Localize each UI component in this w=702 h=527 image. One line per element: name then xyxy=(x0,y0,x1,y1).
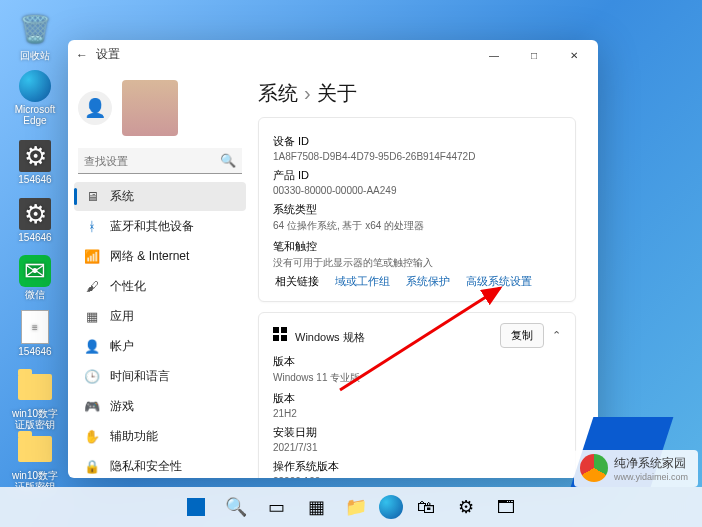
pen-value: 没有可用于此显示器的笔或触控输入 xyxy=(273,256,561,270)
task-view-icon[interactable]: ▭ xyxy=(259,490,293,524)
systype-value: 64 位操作系统, 基于 x64 的处理器 xyxy=(273,219,561,233)
desktop-icon-recycle[interactable]: 🗑️回收站 xyxy=(10,10,60,61)
search-box[interactable]: 🔍 xyxy=(78,148,242,174)
device-id-label: 设备 ID xyxy=(273,134,561,149)
label: win10数字证版密钥 xyxy=(12,408,58,430)
text-file-icon: ≡ xyxy=(21,310,49,344)
version-label: 版本 xyxy=(273,391,561,406)
osver-value: 22000.100 xyxy=(273,476,561,478)
pen-label: 笔和触控 xyxy=(273,239,561,254)
folder-icon xyxy=(16,368,54,406)
device-card: 设备 ID 1A8F7508-D9B4-4D79-95D6-26B914F447… xyxy=(258,117,576,302)
desktop-icon-wechat[interactable]: ✉微信 xyxy=(10,255,60,300)
taskbar: 🔍 ▭ ▦ 📁 🛍 ⚙ 🗔 xyxy=(0,487,702,527)
gear-icon: ⚙ xyxy=(19,198,51,230)
watermark-text: 纯净系统家园 xyxy=(614,455,688,472)
related-links-label: 相关链接 xyxy=(275,274,319,289)
nav-icon: ▦ xyxy=(84,309,100,324)
systype-label: 系统类型 xyxy=(273,202,561,217)
link-domain[interactable]: 域或工作组 xyxy=(335,274,390,289)
profile-area[interactable]: 👤 xyxy=(74,76,246,144)
nav-label: 辅助功能 xyxy=(110,428,158,445)
nav-item-7[interactable]: 🎮游戏 xyxy=(74,392,246,421)
nav-item-8[interactable]: ✋辅助功能 xyxy=(74,422,246,451)
watermark-url: www.yidaimei.com xyxy=(614,472,688,482)
nav-item-5[interactable]: 👤帐户 xyxy=(74,332,246,361)
nav-label: 帐户 xyxy=(110,338,134,355)
chevron-up-icon[interactable]: ⌃ xyxy=(552,329,561,341)
link-advanced[interactable]: 高级系统设置 xyxy=(466,274,532,289)
nav-icon: 🖥 xyxy=(84,189,100,204)
product-id-value: 00330-80000-00000-AA249 xyxy=(273,185,561,196)
taskbar-edge-icon[interactable] xyxy=(379,495,403,519)
content: 系统›关于 设备 ID 1A8F7508-D9B4-4D79-95D6-26B9… xyxy=(248,70,598,478)
label: Microsoft Edge xyxy=(15,104,56,126)
folder-icon xyxy=(16,430,54,468)
desktop-icon-gear1[interactable]: ⚙154646 xyxy=(10,140,60,185)
nav-icon: 👤 xyxy=(84,339,100,354)
close-button[interactable]: ✕ xyxy=(554,42,594,68)
desktop-icon-folder2[interactable]: win10数字证版密钥 xyxy=(10,430,60,492)
avatar-placeholder-icon: 👤 xyxy=(78,91,112,125)
titlebar: ← 设置 — □ ✕ xyxy=(68,40,598,70)
install-label: 安装日期 xyxy=(273,425,561,440)
desktop-icon-gear2[interactable]: ⚙154646 xyxy=(10,198,60,243)
nav-icon: 🎮 xyxy=(84,399,100,414)
label: 154646 xyxy=(18,232,51,243)
nav-item-4[interactable]: ▦应用 xyxy=(74,302,246,331)
minimize-button[interactable]: — xyxy=(474,42,514,68)
osver-label: 操作系统版本 xyxy=(273,459,561,474)
sidebar: 👤 🔍 🖥系统ᚼ蓝牙和其他设备📶网络 & Internet🖌个性化▦应用👤帐户🕒… xyxy=(68,70,248,478)
nav-label: 时间和语言 xyxy=(110,368,170,385)
desktop-icon-text[interactable]: ≡154646 xyxy=(10,310,60,357)
breadcrumb: 系统›关于 xyxy=(258,80,576,107)
nav-icon: 📶 xyxy=(84,249,100,264)
recycle-bin-icon: 🗑️ xyxy=(16,10,54,48)
nav-item-6[interactable]: 🕒时间和语言 xyxy=(74,362,246,391)
nav-icon: ✋ xyxy=(84,429,100,444)
nav-label: 系统 xyxy=(110,188,134,205)
desktop-icon-folder1[interactable]: win10数字证版密钥 xyxy=(10,368,60,430)
nav-icon: 🔒 xyxy=(84,459,100,474)
search-icon: 🔍 xyxy=(220,153,236,168)
version-value: 21H2 xyxy=(273,408,561,419)
watermark: 纯净系统家园 www.yidaimei.com xyxy=(574,450,698,487)
edge-icon xyxy=(19,70,51,102)
nav-item-1[interactable]: ᚼ蓝牙和其他设备 xyxy=(74,212,246,241)
edition-value: Windows 11 专业版 xyxy=(273,371,561,385)
nav-item-3[interactable]: 🖌个性化 xyxy=(74,272,246,301)
nav-label: 个性化 xyxy=(110,278,146,295)
nav-item-9[interactable]: 🔒隐私和安全性 xyxy=(74,452,246,478)
widgets-icon[interactable]: ▦ xyxy=(299,490,333,524)
nav-label: 隐私和安全性 xyxy=(110,458,182,475)
store-icon[interactable]: 🛍 xyxy=(409,490,443,524)
back-button[interactable]: ← xyxy=(76,48,88,62)
gear-icon: ⚙ xyxy=(19,140,51,172)
desktop-icon-edge[interactable]: Microsoft Edge xyxy=(10,70,60,126)
edition-label: 版本 xyxy=(273,354,561,369)
copy-button[interactable]: 复制 xyxy=(500,323,544,348)
nav-label: 游戏 xyxy=(110,398,134,415)
label: 154646 xyxy=(18,346,51,357)
watermark-logo-icon xyxy=(580,454,608,482)
settings-taskbar-icon[interactable]: ⚙ xyxy=(449,490,483,524)
install-value: 2021/7/31 xyxy=(273,442,561,453)
taskbar-app-icon[interactable]: 🗔 xyxy=(489,490,523,524)
nav-item-2[interactable]: 📶网络 & Internet xyxy=(74,242,246,271)
label: 微信 xyxy=(25,289,45,300)
crumb-root[interactable]: 系统 xyxy=(258,82,298,104)
winspec-title: Windows 规格 xyxy=(295,331,365,343)
maximize-button[interactable]: □ xyxy=(514,42,554,68)
settings-window: ← 设置 — □ ✕ 👤 🔍 🖥系统ᚼ蓝牙和其他设备📶网络 & Internet… xyxy=(68,40,598,478)
search-input[interactable] xyxy=(78,148,242,174)
device-id-value: 1A8F7508-D9B4-4D79-95D6-26B914F4472D xyxy=(273,151,561,162)
related-links: 相关链接 域或工作组 系统保护 高级系统设置 xyxy=(273,270,561,291)
taskbar-search-icon[interactable]: 🔍 xyxy=(219,490,253,524)
start-button[interactable] xyxy=(179,490,213,524)
winspec-card[interactable]: Windows 规格 复制⌃ 版本 Windows 11 专业版 版本 21H2… xyxy=(258,312,576,478)
link-protect[interactable]: 系统保护 xyxy=(406,274,450,289)
crumb-leaf: 关于 xyxy=(317,82,357,104)
explorer-icon[interactable]: 📁 xyxy=(339,490,373,524)
product-id-label: 产品 ID xyxy=(273,168,561,183)
nav-item-0[interactable]: 🖥系统 xyxy=(74,182,246,211)
